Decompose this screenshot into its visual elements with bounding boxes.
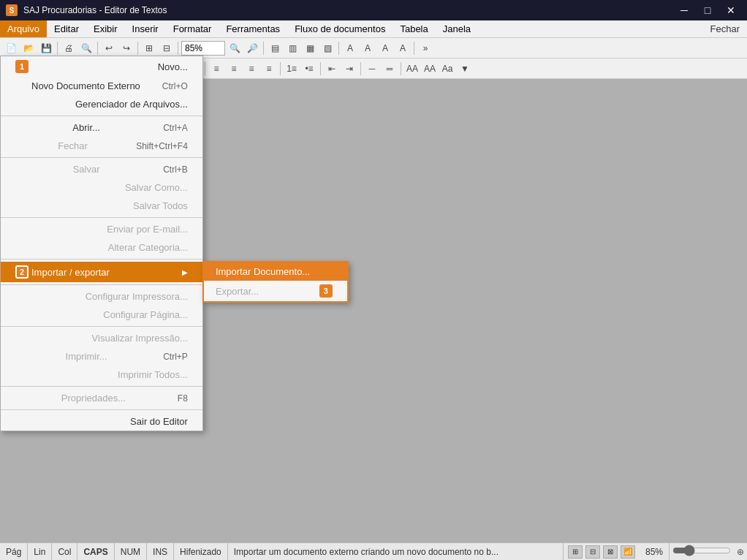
- tb-col2[interactable]: ▥: [284, 40, 300, 56]
- status-zoom-area: [670, 545, 734, 559]
- tb-sep-5: [263, 42, 264, 55]
- tb-indent-more[interactable]: ⇥: [341, 61, 357, 77]
- tb-sep-6: [338, 42, 339, 55]
- tb-char2[interactable]: AA: [422, 61, 438, 77]
- tb-align-right[interactable]: ≡: [243, 61, 259, 77]
- arquivo-menu: 1 Novo... Novo Documento Externo Ctrl+O …: [0, 56, 203, 431]
- menu-item-abrir[interactable]: Abrir... Ctrl+A: [1, 118, 202, 137]
- window-controls: ─ □ ✕: [674, 3, 741, 18]
- menu-ferramentas[interactable]: Ferramentas: [219, 20, 287, 37]
- menu-formatar[interactable]: Formatar: [166, 20, 219, 37]
- tb-list-num[interactable]: 1≡: [284, 61, 300, 77]
- tb-aa3[interactable]: A: [377, 40, 393, 56]
- tb-table2[interactable]: ⊟: [159, 40, 175, 56]
- tb-col4[interactable]: ▧: [319, 40, 335, 56]
- menu-item-visualizar-impressao-label: Visualizar Impressão...: [92, 333, 188, 344]
- tb-zoom-in[interactable]: 🔎: [244, 40, 260, 56]
- menu-item-alterar-categoria: Alterar Categoria...: [1, 238, 202, 257]
- window-title: SAJ Procuradorias - Editor de Textos: [23, 5, 167, 15]
- menu-item-salvar-todos: Salvar Todos: [1, 197, 202, 215]
- minimize-button[interactable]: ─: [674, 3, 694, 18]
- submenu-importar: Importar Documento... Exportar... 3: [202, 261, 349, 303]
- menu-bar: Arquivo Editar Exibir Inserir Formatar F…: [0, 20, 747, 38]
- submenu-importar-doc-label: Importar Documento...: [216, 266, 310, 277]
- menu-item-novo-label: Novo...: [158, 61, 188, 72]
- menu-item-imprimir: Imprimir... Ctrl+P: [1, 347, 202, 366]
- menu-item-salvar-como: Salvar Como...: [1, 178, 202, 197]
- tb-zoom-out[interactable]: 🔍: [227, 40, 243, 56]
- tb-table[interactable]: ⊞: [141, 40, 157, 56]
- menu-tabela[interactable]: Tabela: [393, 20, 435, 37]
- menu-inserir[interactable]: Inserir: [125, 20, 166, 37]
- menu-fluxo[interactable]: Fluxo de documentos: [287, 20, 393, 37]
- menu-item-novo[interactable]: 1 Novo...: [1, 56, 202, 77]
- tb-char1[interactable]: AA: [404, 61, 420, 77]
- status-icon-4[interactable]: 📶: [621, 545, 635, 559]
- tb-align-center[interactable]: ≡: [226, 61, 242, 77]
- status-caps: CAPS: [77, 543, 114, 560]
- menu-item-gerenciador[interactable]: Gerenciador de Arquivos...: [1, 95, 202, 113]
- tb-align-left[interactable]: ≡: [208, 61, 224, 77]
- maximize-button[interactable]: □: [697, 3, 718, 18]
- submenu-importar-doc[interactable]: Importar Documento...: [204, 262, 347, 281]
- tb2-sep-3: [205, 62, 205, 75]
- tb2-sep-5: [320, 62, 321, 75]
- tb-indent-less[interactable]: ⇤: [324, 61, 340, 77]
- tb-save[interactable]: 💾: [38, 40, 54, 56]
- imprimir-shortcut: Ctrl+P: [163, 352, 188, 362]
- tb-new[interactable]: 📄: [3, 40, 19, 56]
- submenu-exportar-label: Exportar...: [216, 286, 259, 297]
- zoom-input[interactable]: [181, 41, 225, 56]
- menu-item-novo-externo[interactable]: Novo Documento Externo Ctrl+O: [1, 77, 202, 95]
- tb-char4[interactable]: ▼: [457, 61, 473, 77]
- menu-item-alterar-categoria-label: Alterar Categoria...: [108, 242, 188, 253]
- menu-item-salvar-como-label: Salvar Como...: [125, 182, 188, 193]
- tb-open[interactable]: 📂: [20, 40, 37, 56]
- status-icon-2[interactable]: ⊟: [585, 545, 600, 559]
- tb-print[interactable]: 🖨: [61, 40, 77, 56]
- tb-sep-1: [57, 42, 58, 55]
- close-button[interactable]: ✕: [721, 3, 741, 18]
- step-badge-3: 3: [319, 284, 333, 298]
- menu-item-importar-exportar[interactable]: 2 Importar / exportar ▶ Importar Documen…: [1, 262, 202, 282]
- tb-align-justify[interactable]: ≡: [261, 61, 277, 77]
- tb-aa2[interactable]: A: [360, 40, 376, 56]
- tb-line[interactable]: ─: [364, 61, 380, 77]
- tb-char3[interactable]: Aa: [439, 61, 455, 77]
- tb-aa1[interactable]: A: [342, 40, 358, 56]
- menu-item-fechar: Fechar Shift+Ctrl+F4: [1, 137, 202, 155]
- menu-fechar[interactable]: Fechar: [703, 22, 747, 36]
- menu-editar[interactable]: Editar: [47, 20, 86, 37]
- zoom-slider[interactable]: [672, 545, 731, 556]
- menu-item-sair[interactable]: Sair do Editor: [1, 412, 202, 431]
- menu-exibir[interactable]: Exibir: [86, 20, 125, 37]
- tb-line2[interactable]: ═: [382, 61, 398, 77]
- status-icon-3[interactable]: ⊠: [603, 545, 618, 559]
- step-badge-1: 1: [15, 60, 29, 73]
- status-icon-1[interactable]: ⊞: [568, 545, 583, 559]
- tb-undo[interactable]: ↩: [101, 40, 117, 56]
- menu-arquivo[interactable]: Arquivo: [0, 20, 47, 37]
- novo-externo-shortcut: Ctrl+O: [162, 81, 188, 91]
- sep-1: [1, 116, 202, 116]
- tb-redo[interactable]: ↪: [118, 40, 134, 56]
- tb-sep-2: [97, 42, 98, 55]
- status-col: Col: [52, 543, 77, 560]
- menu-item-salvar: Salvar Ctrl+B: [1, 160, 202, 178]
- status-expand[interactable]: ⊕: [734, 547, 747, 557]
- tb-preview[interactable]: 🔍: [78, 40, 94, 56]
- tb-col3[interactable]: ▦: [302, 40, 318, 56]
- tb-aa4[interactable]: A: [395, 40, 411, 56]
- menu-item-novo-externo-label: Novo Documento Externo: [31, 80, 140, 91]
- menu-janela[interactable]: Janela: [436, 20, 478, 37]
- abrir-shortcut: Ctrl+A: [163, 123, 188, 133]
- sep-2: [1, 157, 202, 158]
- menu-item-enviar-email-label: Enviar por E-mail...: [107, 224, 188, 235]
- menu-item-enviar-email: Enviar por E-mail...: [1, 220, 202, 238]
- propriedades-shortcut: F8: [178, 393, 188, 404]
- tb-col1[interactable]: ▤: [267, 40, 283, 56]
- menu-item-abrir-label: Abrir...: [72, 122, 100, 133]
- tb-more[interactable]: »: [417, 40, 433, 56]
- tb-list-bullet[interactable]: •≡: [301, 61, 317, 77]
- status-pag: Pág: [0, 543, 28, 560]
